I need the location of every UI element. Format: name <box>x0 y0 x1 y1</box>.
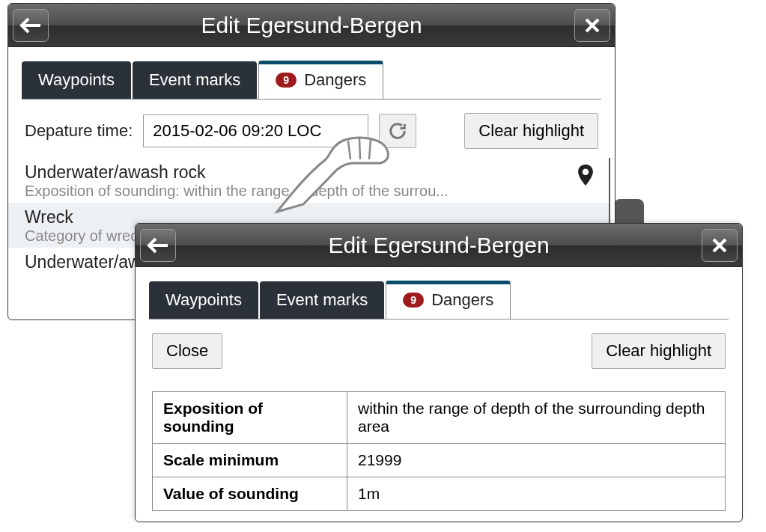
table-row: Scale minimum 21999 <box>153 444 726 477</box>
table-row: Value of sounding 1m <box>153 477 726 511</box>
tab-bar: Waypoints Event marks 9 Dangers <box>136 267 742 319</box>
dangers-count-badge: 9 <box>403 293 424 308</box>
arrow-left-icon <box>147 236 169 254</box>
dangers-count-badge: 9 <box>276 73 297 88</box>
detail-key: Scale minimum <box>153 444 347 477</box>
tab-dangers[interactable]: 9 Dangers <box>386 281 511 319</box>
refresh-button[interactable] <box>379 114 416 148</box>
danger-title: Underwater/awash rock <box>25 162 592 183</box>
detail-key: Exposition of sounding <box>153 392 347 444</box>
tab-waypoints[interactable]: Waypoints <box>22 61 131 99</box>
danger-list-item[interactable]: Underwater/awash rock Exposition of soun… <box>8 158 610 203</box>
svg-point-0 <box>583 169 589 174</box>
tab-dangers-label: Dangers <box>431 290 493 310</box>
detail-key: Value of sounding <box>153 477 347 511</box>
back-button[interactable] <box>13 9 49 42</box>
close-window-button[interactable] <box>702 229 738 262</box>
tab-dangers-label: Dangers <box>304 70 366 90</box>
tab-waypoints[interactable]: Waypoints <box>149 281 258 319</box>
toolbar: Depature time: Clear highlight <box>8 100 615 158</box>
window-title: Edit Egersund-Bergen <box>53 13 570 38</box>
danger-subtitle: Exposition of sounding: within the range… <box>25 183 592 200</box>
arrow-left-icon <box>19 16 42 34</box>
detail-value: 21999 <box>347 444 726 477</box>
titlebar: Edit Egersund-Bergen <box>8 4 615 47</box>
close-icon <box>583 16 601 34</box>
map-pin-icon <box>573 162 598 191</box>
tab-event-marks[interactable]: Event marks <box>260 281 384 319</box>
clear-highlight-button[interactable]: Clear highlight <box>464 113 598 149</box>
table-row: Exposition of sounding within the range … <box>153 392 726 444</box>
danger-detail-table: Exposition of sounding within the range … <box>152 391 726 511</box>
departure-time-label: Depature time: <box>25 121 133 141</box>
close-window-button[interactable] <box>574 9 610 42</box>
detail-value: within the range of depth of the surroun… <box>347 392 726 444</box>
tab-bar: Waypoints Event marks 9 Dangers <box>8 47 615 99</box>
detail-value: 1m <box>347 477 726 511</box>
refresh-icon <box>387 120 408 141</box>
close-icon <box>711 236 729 254</box>
edit-route-window-detail: Edit Egersund-Bergen Waypoints Event mar… <box>135 223 743 522</box>
toolbar: Close Clear highlight <box>136 319 742 378</box>
departure-time-input[interactable] <box>143 114 368 147</box>
clear-highlight-button[interactable]: Clear highlight <box>592 333 726 369</box>
tab-dangers[interactable]: 9 Dangers <box>258 61 383 99</box>
back-button[interactable] <box>140 229 176 262</box>
close-detail-button[interactable]: Close <box>152 333 222 369</box>
window-title: Edit Egersund-Bergen <box>180 233 697 258</box>
titlebar: Edit Egersund-Bergen <box>136 224 742 267</box>
tab-event-marks[interactable]: Event marks <box>133 61 257 99</box>
